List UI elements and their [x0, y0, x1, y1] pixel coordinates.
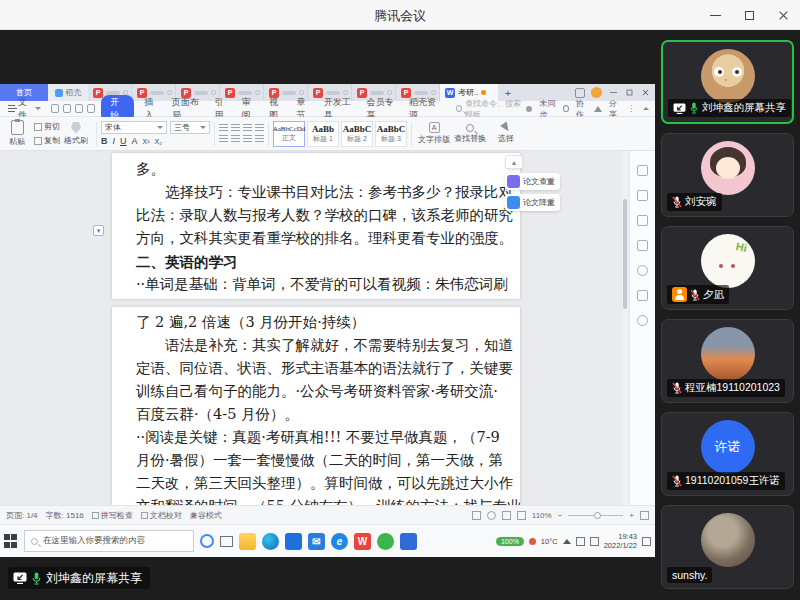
tab-close-icon[interactable]	[211, 90, 216, 95]
font-color-button[interactable]: A	[132, 136, 138, 146]
print-icon[interactable]	[63, 104, 71, 113]
format-painter-button[interactable]: 格式刷	[60, 122, 92, 146]
wps-docer-tab[interactable]: 稻壳	[48, 84, 88, 101]
paper-check-button[interactable]: 论文查重	[505, 173, 560, 190]
indent-icon[interactable]	[255, 124, 264, 132]
align-center-icon[interactable]	[231, 135, 240, 143]
browser-e-icon[interactable]: e	[331, 533, 348, 550]
tab-list-icon[interactable]	[575, 88, 585, 98]
edge-browser-icon[interactable]	[262, 533, 279, 550]
file-explorer-icon[interactable]	[239, 533, 256, 550]
text-layout-button[interactable]: A 文字排版	[416, 122, 452, 145]
pen-icon[interactable]	[637, 190, 648, 201]
view-edit-icon[interactable]	[517, 511, 526, 520]
proofread-toggle[interactable]: 文档校对	[141, 510, 182, 521]
taskbar-clock[interactable]: 19:43 2022/1/22	[604, 532, 637, 550]
wps-minimize-icon[interactable]	[610, 92, 617, 93]
tab-close-icon[interactable]	[255, 90, 260, 95]
participant-tile[interactable]: 程亚楠19110201023	[661, 319, 794, 403]
pointer-icon[interactable]	[637, 240, 648, 251]
tab-close-icon[interactable]	[299, 90, 304, 95]
line-spacing-icon[interactable]	[255, 135, 264, 143]
document-page-2[interactable]: 了 2 遍,2 倍速（3 月份开始·持续） 语法是补充：其实了解就好，不需要特别…	[112, 307, 520, 505]
participant-tile[interactable]: Hi 夕凪	[661, 226, 794, 310]
undo-icon[interactable]	[75, 104, 83, 113]
more-menu-icon[interactable]: ⋮	[627, 104, 636, 113]
style-heading3[interactable]: AaBbC 标题 3	[375, 121, 407, 147]
style-heading1[interactable]: AaBb 标题 1	[307, 121, 339, 147]
find-replace-button[interactable]: 查找替换	[452, 124, 488, 144]
temperature-label[interactable]: 10°C	[541, 537, 558, 546]
number-list-icon[interactable]	[231, 124, 240, 132]
fullscreen-icon[interactable]	[640, 511, 649, 520]
bullet-list-icon[interactable]	[219, 124, 228, 132]
start-button[interactable]	[4, 534, 18, 548]
font-size-select[interactable]: 三号	[170, 121, 210, 134]
style-heading2[interactable]: AaBbC 标题 2	[341, 121, 373, 147]
taskbar-search[interactable]: 在这里输入你要搜索的内容	[24, 530, 194, 552]
wps-restore-icon[interactable]	[627, 90, 633, 96]
cut-button[interactable]: 剪切	[34, 121, 60, 132]
stamp-icon[interactable]	[637, 165, 648, 176]
copy-button[interactable]: 复制	[34, 135, 60, 146]
scrollbar-thumb[interactable]	[623, 199, 627, 309]
battery-indicator[interactable]: 100%	[496, 537, 524, 546]
zoom-in-button[interactable]: +	[629, 511, 634, 520]
paste-button[interactable]: 粘贴	[0, 120, 34, 147]
tab-close-icon[interactable]	[387, 90, 392, 95]
help-icon[interactable]	[637, 265, 648, 276]
mail-app-icon[interactable]: ✉	[308, 533, 325, 550]
maximize-button[interactable]	[732, 0, 766, 30]
paragraph-collapse-icon[interactable]: ▾	[93, 225, 104, 236]
wps-close-icon[interactable]	[642, 89, 649, 96]
style-normal[interactable]: AaBbCcDd 正文	[273, 121, 305, 147]
cortana-icon[interactable]	[200, 534, 214, 548]
minimize-button[interactable]	[698, 0, 732, 30]
participant-tile[interactable]: sunshy.	[661, 505, 794, 589]
align-right-icon[interactable]	[243, 135, 252, 143]
view-outline-icon[interactable]	[502, 511, 511, 520]
redo-icon[interactable]	[87, 104, 95, 113]
view-web-icon[interactable]	[487, 511, 496, 520]
zoom-slider[interactable]	[568, 515, 623, 516]
underline-button[interactable]: U	[120, 136, 127, 146]
view-page-icon[interactable]	[472, 511, 481, 520]
notification-icon[interactable]	[642, 537, 651, 546]
spell-check-toggle[interactable]: 拼写检查	[92, 510, 133, 521]
volume-icon[interactable]	[576, 537, 585, 546]
collapse-ribbon-icon[interactable]	[643, 107, 649, 110]
participant-tile[interactable]: 刘安琬	[661, 133, 794, 217]
eraser-icon[interactable]	[637, 215, 648, 226]
save-icon[interactable]	[51, 104, 59, 113]
participant-tile-sharer[interactable]: 刘坤鑫的屏幕共享	[661, 40, 794, 124]
superscript-button[interactable]: X²	[143, 138, 150, 145]
store-app-icon[interactable]	[285, 533, 302, 550]
tab-close-icon[interactable]	[343, 90, 348, 95]
subscript-button[interactable]: X₂	[155, 138, 162, 145]
photos-app-icon[interactable]	[400, 533, 417, 550]
export-icon[interactable]	[637, 290, 648, 301]
italic-button[interactable]: I	[113, 136, 116, 146]
participant-tile[interactable]: 许诺 19110201059王许诺	[661, 412, 794, 496]
task-view-icon[interactable]	[220, 536, 233, 547]
tab-close-icon[interactable]	[431, 90, 436, 95]
outdent-icon[interactable]	[243, 124, 252, 132]
font-name-select[interactable]: 宋体	[101, 121, 167, 134]
document-page-1[interactable]: 多。 选择技巧：专业课书目对比法：参考书多少？报录比对 比法：录取人数与报考人数…	[112, 153, 520, 299]
tab-close-icon[interactable]	[167, 90, 172, 95]
float-collapse-button[interactable]: ▲	[505, 155, 523, 169]
close-button[interactable]	[766, 0, 800, 30]
zoom-slider-knob[interactable]	[594, 512, 601, 519]
bold-button[interactable]: B	[101, 136, 108, 146]
wps-app-icon[interactable]: W	[354, 533, 371, 550]
network-icon[interactable]	[590, 537, 599, 546]
green-app-icon[interactable]	[377, 533, 394, 550]
settings-gear-icon[interactable]	[637, 315, 648, 326]
paper-reduce-button[interactable]: 论文降重	[505, 194, 560, 211]
wps-account-avatar[interactable]	[591, 87, 602, 98]
tray-expand-icon[interactable]	[563, 539, 571, 544]
zoom-level[interactable]: 110%	[532, 511, 552, 520]
document-scrollbar[interactable]	[622, 151, 628, 505]
align-left-icon[interactable]	[219, 135, 228, 143]
zoom-out-button[interactable]: −	[558, 511, 563, 520]
